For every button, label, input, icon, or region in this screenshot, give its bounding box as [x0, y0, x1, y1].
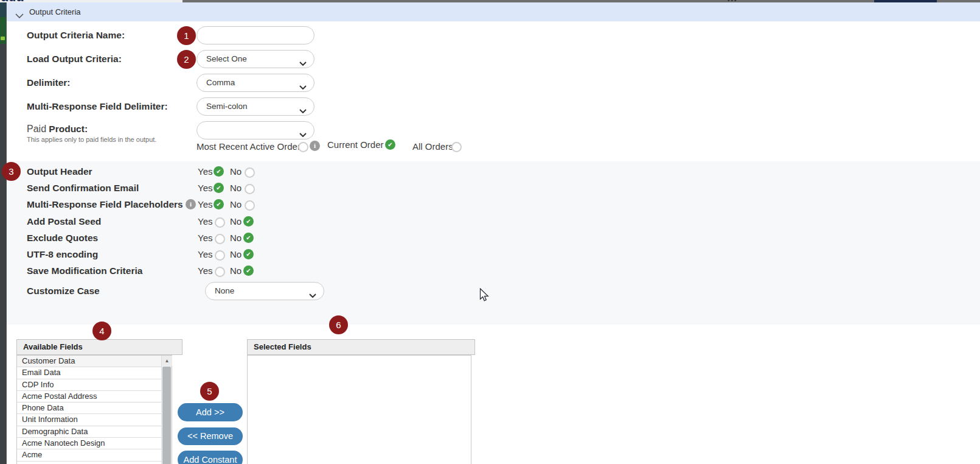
no-label: No	[230, 230, 242, 246]
yes-radio-icon[interactable]	[214, 166, 224, 177]
yes-label: Yes	[198, 246, 212, 262]
browser-tab-dark-segment	[874, 0, 937, 2]
multi-response-delimiter-value: Semi-colon	[206, 98, 248, 115]
no-radio-icon[interactable]	[243, 233, 254, 243]
list-item[interactable]: Acme	[17, 449, 162, 461]
tab-dots-fragment: •••	[728, 0, 741, 2]
no-radio-icon[interactable]	[243, 265, 254, 276]
no-label: No	[230, 163, 242, 180]
yes-label: Yes	[198, 262, 212, 279]
no-radio-icon[interactable]	[243, 249, 254, 259]
load-output-criteria-value: Select One	[206, 51, 247, 68]
info-icon[interactable]: i	[310, 141, 320, 151]
output-criteria-page: ada ••• Output Criteria Output Criteria …	[0, 0, 980, 464]
delimiter-value: Comma	[206, 74, 235, 91]
no-radio-icon[interactable]	[245, 184, 255, 194]
list-item[interactable]: Phone Data	[17, 402, 162, 414]
chevron-down-icon	[299, 128, 307, 139]
yes-radio-icon[interactable]	[215, 234, 225, 244]
available-fields-header: Available Fields	[16, 339, 182, 355]
toggle-label: Save Modification Criteria	[27, 262, 142, 279]
yes-radio-icon[interactable]	[214, 199, 224, 209]
chevron-down-icon	[299, 57, 307, 68]
chevron-down-icon	[299, 105, 307, 116]
most-recent-active-order-radio[interactable]	[298, 142, 308, 152]
toggle-row-exclude-quotes: Exclude Quotes Yes No	[6, 230, 493, 246]
browser-top-sliver: ada •••	[0, 0, 980, 2]
no-label: No	[230, 213, 242, 230]
scrollbar[interactable]: ▲	[161, 356, 172, 464]
yes-radio-icon[interactable]	[215, 250, 225, 261]
remove-button[interactable]: << Remove	[178, 427, 243, 445]
multi-response-delimiter-select[interactable]: Semi-colon	[196, 97, 315, 116]
yes-radio-icon[interactable]	[214, 183, 224, 193]
list-item[interactable]: CDP Info	[17, 379, 162, 391]
collapse-chevron-icon[interactable]	[15, 10, 24, 21]
no-radio-icon[interactable]	[245, 200, 255, 211]
list-item[interactable]: Email Data	[17, 367, 162, 379]
all-orders-radio[interactable]	[451, 142, 462, 152]
info-icon[interactable]: i	[186, 199, 196, 209]
toggle-row-utf8-encoding: UTF-8 encoding Yes No	[6, 246, 493, 262]
available-fields-title: Available Fields	[23, 340, 83, 354]
browser-tab-light-segment: ada	[0, 0, 182, 2]
most-recent-active-order-label: Most Recent Active Order	[196, 141, 301, 152]
list-item-partial[interactable]: Engagement Id Fields	[17, 462, 162, 464]
mouse-cursor	[479, 288, 489, 305]
all-orders-label: All Orders	[412, 141, 453, 152]
load-output-criteria-select[interactable]: Select One	[196, 50, 315, 68]
output-criteria-name-label: Output Criteria Name:	[27, 26, 125, 44]
no-label: No	[230, 196, 242, 213]
customize-case-value: None	[215, 283, 234, 300]
add-button[interactable]: Add >>	[178, 403, 243, 421]
scrollbar-thumb[interactable]	[162, 367, 171, 464]
yes-label: Yes	[198, 196, 212, 213]
list-item[interactable]: Acme Nanotech Design	[17, 438, 162, 449]
no-radio-icon[interactable]	[245, 167, 255, 178]
annotation-badge-6: 6	[329, 315, 348, 334]
chevron-down-icon	[309, 289, 316, 300]
scroll-up-icon[interactable]: ▲	[162, 356, 172, 366]
list-item[interactable]: Demographic Data	[17, 426, 162, 438]
toggle-row-output-header: Output Header Yes No	[6, 163, 493, 180]
multi-response-delimiter-label: Multi-Response Field Delimiter:	[27, 97, 168, 116]
toggle-row-add-postal-seed: Add Postal Seed Yes No	[6, 213, 493, 230]
current-order-check-icon[interactable]	[385, 139, 395, 150]
no-radio-icon[interactable]	[243, 216, 254, 227]
paid-product-help-text: This applies only to paid fields in the …	[27, 136, 156, 144]
toggle-label: Send Confirmation Email	[27, 180, 139, 196]
list-item[interactable]: Acme Postal Address	[17, 391, 162, 402]
left-edge-strip	[0, 0, 7, 464]
paid-product-label-bold: Product:	[46, 124, 88, 134]
customize-case-select[interactable]: None	[205, 282, 324, 300]
toggle-label: Output Header	[27, 163, 92, 180]
output-criteria-name-input[interactable]	[196, 26, 315, 44]
paid-product-label: Paid Product: This applies only to paid …	[27, 122, 156, 144]
available-fields-listbox[interactable]: Customer Data Email Data CDP Info Acme P…	[16, 355, 172, 464]
yes-radio-icon[interactable]	[215, 217, 225, 228]
no-label: No	[230, 246, 242, 262]
left-strip-glyph	[1, 37, 5, 40]
annotation-badge-2: 2	[177, 50, 196, 69]
annotation-badge-3: 3	[2, 162, 21, 181]
list-item[interactable]: Customer Data	[17, 356, 162, 367]
section-header-bar[interactable]: Output Criteria	[6, 2, 980, 21]
add-constant-button[interactable]: Add Constant	[178, 451, 243, 464]
chevron-down-icon	[299, 81, 307, 92]
paid-product-select[interactable]	[196, 121, 315, 139]
list-item[interactable]: Unit Information	[17, 414, 162, 426]
toggle-row-send-confirmation-email: Send Confirmation Email Yes No	[6, 180, 493, 196]
paid-product-label-light: Paid	[27, 124, 46, 134]
yes-radio-icon[interactable]	[215, 267, 225, 277]
toggle-label: UTF-8 encoding	[27, 246, 98, 262]
section-title: Output Criteria	[29, 2, 81, 21]
yes-label: Yes	[198, 213, 212, 230]
selected-fields-listbox[interactable]	[247, 355, 471, 464]
yes-label: Yes	[198, 180, 212, 196]
toggle-label: Add Postal Seed	[27, 213, 101, 230]
toggle-label: Multi-Response Field Placeholders	[27, 196, 183, 213]
delimiter-select[interactable]: Comma	[196, 74, 315, 92]
annotation-badge-1: 1	[177, 26, 196, 45]
no-label: No	[230, 180, 242, 196]
annotation-badge-5: 5	[200, 382, 219, 401]
